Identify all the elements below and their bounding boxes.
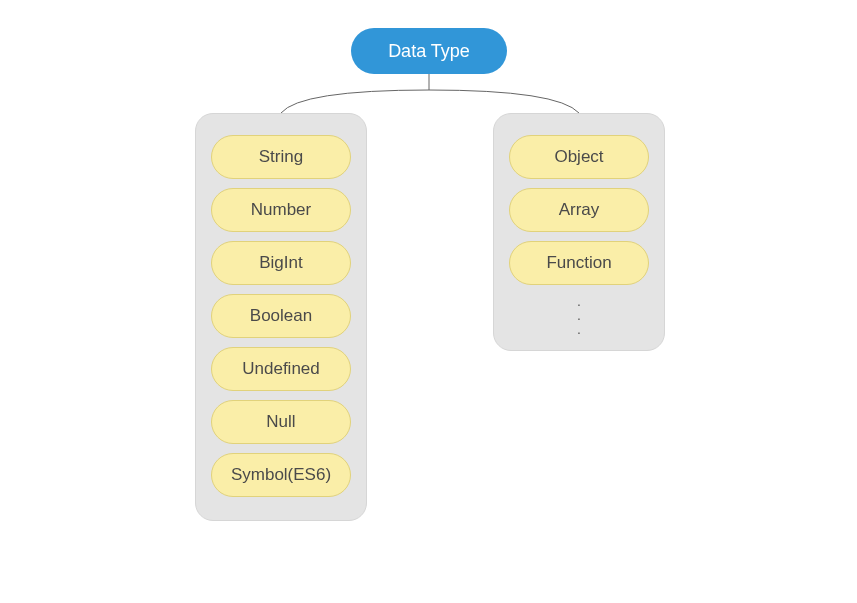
item-label: Function [546, 253, 611, 273]
connector-lines [0, 0, 857, 603]
item-label: Undefined [242, 359, 320, 379]
primitive-item: BigInt [211, 241, 351, 285]
root-node-label: Data Type [388, 41, 470, 62]
item-label: BigInt [259, 253, 302, 273]
ellipsis: ... [508, 294, 650, 336]
primitive-item: Number [211, 188, 351, 232]
primitive-item: Null [211, 400, 351, 444]
reference-group: Object Array Function ... [493, 113, 665, 351]
item-label: Boolean [250, 306, 312, 326]
item-label: String [259, 147, 303, 167]
item-label: Array [559, 200, 600, 220]
primitive-item: String [211, 135, 351, 179]
item-label: Number [251, 200, 311, 220]
primitive-item: Boolean [211, 294, 351, 338]
item-label: Object [554, 147, 603, 167]
root-node: Data Type [351, 28, 507, 74]
primitive-item: Symbol(ES6) [211, 453, 351, 497]
item-label: Null [266, 412, 295, 432]
item-label: Symbol(ES6) [231, 465, 331, 485]
primitive-item: Undefined [211, 347, 351, 391]
reference-item: Array [509, 188, 649, 232]
reference-item: Function [509, 241, 649, 285]
primitive-group: String Number BigInt Boolean Undefined N… [195, 113, 367, 521]
reference-item: Object [509, 135, 649, 179]
